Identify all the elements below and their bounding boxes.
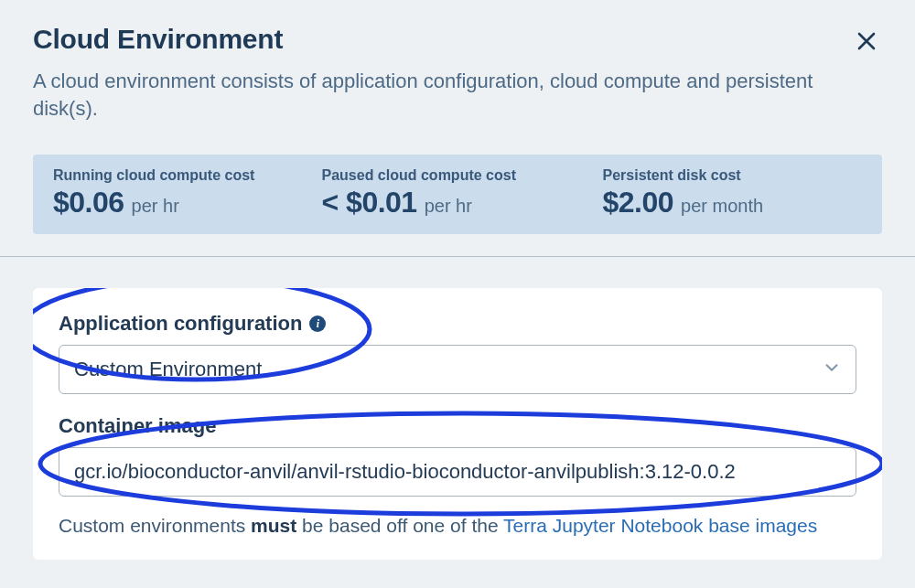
paused-cost-unit: per hr bbox=[425, 196, 472, 217]
dialog-title: Cloud Environment bbox=[33, 24, 882, 55]
cost-summary-bar: Running cloud compute cost $0.06 per hr … bbox=[33, 155, 882, 234]
container-image-label: Container image bbox=[59, 414, 216, 438]
app-config-select[interactable]: Custom Environment bbox=[59, 345, 856, 394]
close-icon bbox=[856, 30, 877, 52]
note-text-must: must bbox=[251, 515, 296, 536]
app-config-selected-value: Custom Environment bbox=[74, 358, 262, 381]
app-config-field: Application configuration i Custom Envir… bbox=[59, 312, 856, 394]
paused-cost: Paused cloud compute cost < $0.01 per hr bbox=[322, 167, 594, 219]
app-config-label: Application configuration bbox=[59, 312, 302, 336]
note-text-prefix: Custom environments bbox=[59, 515, 251, 536]
dialog-header: Cloud Environment A cloud environment co… bbox=[0, 0, 915, 138]
info-icon[interactable]: i bbox=[309, 315, 326, 332]
configuration-panel: Application configuration i Custom Envir… bbox=[33, 288, 882, 559]
disk-cost-unit: per month bbox=[681, 196, 763, 217]
running-cost-amount: $0.06 bbox=[53, 186, 124, 219]
close-button[interactable] bbox=[853, 27, 880, 55]
dialog-subtitle: A cloud environment consists of applicat… bbox=[33, 68, 882, 122]
paused-cost-amount: < $0.01 bbox=[322, 186, 417, 219]
disk-cost-amount: $2.00 bbox=[603, 186, 674, 219]
paused-cost-label: Paused cloud compute cost bbox=[322, 167, 594, 184]
running-cost-unit: per hr bbox=[132, 196, 179, 217]
disk-cost-label: Persistent disk cost bbox=[603, 167, 863, 184]
running-cost-label: Running cloud compute cost bbox=[53, 167, 313, 184]
persistent-disk-cost: Persistent disk cost $2.00 per month bbox=[603, 167, 863, 219]
container-image-field: Container image bbox=[59, 414, 856, 497]
running-cost: Running cloud compute cost $0.06 per hr bbox=[53, 167, 313, 219]
terra-base-images-link[interactable]: Terra Jupyter Notebook base images bbox=[503, 515, 817, 536]
note-text-mid: be based off one of the bbox=[296, 515, 503, 536]
container-image-input[interactable] bbox=[59, 447, 856, 497]
custom-env-note: Custom environments must be based off on… bbox=[59, 513, 856, 539]
